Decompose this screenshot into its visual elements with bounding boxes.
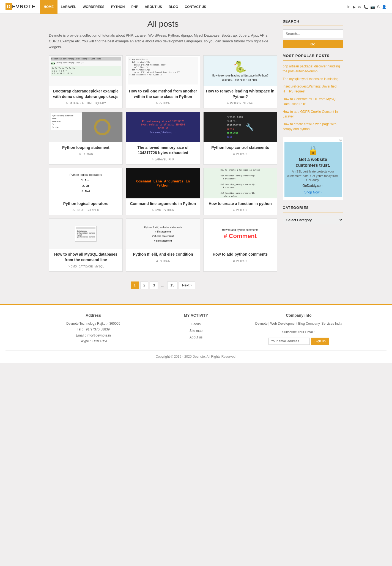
search-box: Go [283,29,343,48]
categories-heading: CATEGORIES [283,206,343,212]
advertisement-section: ⓧ 🔒 Get a website customers trust. An SS… [283,137,343,200]
footer-address-line1: Devnote Technology Rajkot - 360005 [45,321,142,327]
footer-about-link[interactable]: About us [147,334,245,341]
post-card[interactable]: Allowed memory size of 268217728bytes re… [126,112,200,165]
footer-email-form: Sign up [250,338,347,345]
post-title: Python logical operators [49,201,123,207]
page-2-button[interactable]: 2 [140,281,148,289]
post-title: How to remove leading whitespace in Pyth… [204,89,277,99]
youtube-icon[interactable]: ▶ [353,5,356,9]
post-tags: PYTHON [126,102,200,105]
ad-badge: ⓧ [284,139,342,142]
footer-sitemap-link[interactable]: Site map [147,327,245,334]
nav-contact[interactable]: CONTACT US [182,0,210,14]
nav-about[interactable]: ABOUT US [141,0,165,14]
post-card[interactable]: Python logical operators 1. And 2. Or 3.… [49,168,123,215]
search-section: SEARCH Go [283,19,343,48]
post-title: Python looping statement [49,145,123,151]
footer-copyright: Copyright © 2019 - 2020 Devnote. All Rig… [6,350,386,359]
page-15-button[interactable]: 15 [167,281,177,289]
footer-feeds-link[interactable]: Feeds [147,321,245,327]
ad-shop-link[interactable]: Shop Now › [304,190,322,194]
post-thumbnail: class MainClass: def firstself(): print … [126,56,200,86]
footer-company-text: Devnote | Web Development Blog Company, … [250,321,347,327]
main-nav: HOME LARAVEL WORDPRESS PYTHON PHP ABOUT … [40,0,209,14]
page-3-button[interactable]: 3 [150,281,158,289]
skype-icon[interactable]: S [377,5,380,9]
footer-subscribe-label: Subscribe Your Email : [250,329,347,335]
footer-address-col: Address Devnote Technology Rajkot - 3600… [45,313,142,345]
post-thumbnail: Python if, elif, and else statements # i… [126,219,200,249]
footer-email-input[interactable] [268,338,310,345]
pagination: 1 2 3 ... 15 Next » [49,277,277,293]
footer-activity-heading: MY ACTIVITY [147,313,245,318]
instagram-icon[interactable]: 📷 [370,5,375,9]
main-content: All posts Devnote is provide a collectio… [49,19,277,293]
email-icon[interactable]: ✉ [358,5,361,9]
nav-laravel[interactable]: LARAVEL [57,0,80,14]
post-tags: PYTHON [204,209,277,212]
post-card[interactable]: 🐍 How to remove leading whitespace in Py… [203,55,277,108]
page-title: All posts [49,19,277,29]
post-card[interactable]: How to add python comments # Comment How… [203,218,277,271]
post-thumbnail: How to create a function in python def f… [204,168,277,198]
post-title: The allowed memory size of 134217728 byt… [126,145,200,156]
footer-grid: Address Devnote Technology Rajkot - 3600… [45,313,347,345]
post-tags: PYTHON [126,259,200,263]
nav-home[interactable]: HOME [40,0,57,14]
pagination-ellipsis: ... [160,283,166,287]
search-heading: SEARCH [283,19,343,26]
intro-text: Devnote is provide a collection of tutor… [49,33,277,50]
post-tags: DATATABLE HTML JQUERY [49,102,123,105]
post-title: How to call one method from another with… [126,89,200,99]
page-1-button[interactable]: 1 [131,281,139,289]
linkedin-icon[interactable]: in [347,5,350,9]
search-button[interactable]: Go [283,40,343,48]
ad-title: Get a website customers trust. [287,157,339,168]
post-card[interactable]: Databases:information_schemamysqlperform… [49,218,123,271]
ad-lock-icon: 🔒 [287,145,339,155]
footer-address-email: Email : info@devnote.in [45,333,142,339]
footer-address-heading: Address [45,313,142,318]
post-title: How to add python comments [204,252,277,257]
post-card[interactable]: How to create a function in python def f… [203,168,277,215]
phone-icon[interactable]: 📞 [363,5,368,9]
search-input[interactable] [283,29,343,38]
post-thumbnail: Bootstrap daterangepicker example with d… [49,56,123,86]
popular-post-item: How to add GDPR Cookie Consent in Larave… [283,109,343,119]
categories-select[interactable]: Select Category [283,216,343,224]
header: D EVNOTE HOME LARAVEL WORDPRESS PYTHON P… [0,0,392,14]
footer-address-tel: Tel : +91 97370 58839 [45,327,142,333]
posts-grid: Bootstrap daterangepicker example with d… [49,55,277,271]
nav-blog[interactable]: BLOG [165,0,182,14]
post-card[interactable]: Python looping statementWhileWhile elseF… [49,112,123,165]
post-tags: UNCATEGORIZED [49,209,123,212]
popular-post-item: How to create crawl a web page with scra… [283,122,343,132]
nav-python[interactable]: PYTHON [108,0,128,14]
post-card[interactable]: class MainClass: def firstself(): print … [126,55,200,108]
post-thumbnail: Python looping statementWhileWhile elseF… [49,112,123,142]
post-card[interactable]: Python if, elif, and else statements # i… [126,218,200,271]
logo-text: EVNOTE [12,4,36,10]
post-card[interactable]: Bootstrap daterangepicker example with d… [49,55,123,108]
post-tags: CMD PYTHON [126,209,200,212]
footer-signup-button[interactable]: Sign up [311,338,329,345]
header-social-icons: in ▶ ✉ 📞 📷 S 👤 [347,5,386,9]
post-thumbnail: Databases:information_schemamysqlperform… [49,219,123,249]
popular-post-item: How to Generate mPDF from MySQL Data usi… [283,97,343,106]
post-thumbnail: Allowed memory size of 268217728bytes re… [126,112,200,142]
post-tags: PYTHON STRING [204,102,277,105]
ad-box: 🔒 Get a website customers trust. An SSL … [284,142,342,197]
nav-php[interactable]: PHP [128,0,142,14]
pagination-next-button[interactable]: Next » [179,281,196,289]
footer-address-skype: Skype : Fefar Ravi [45,338,142,344]
footer-company-col: Company info Devnote | Web Development B… [250,313,347,345]
logo[interactable]: D EVNOTE [6,3,36,10]
post-card[interactable]: Python loopcontrolstatements break conti… [203,112,277,165]
post-card[interactable]: Command Line Arguments in Python Command… [126,168,200,215]
post-thumbnail: 🐍 How to remove leading whitespace in Py… [204,56,277,86]
nav-wordpress[interactable]: WORDPRESS [80,0,108,14]
post-thumbnail: Command Line Arguments in Python [126,168,200,198]
post-tags: PYTHON [204,152,277,155]
user-icon[interactable]: 👤 [382,5,386,9]
